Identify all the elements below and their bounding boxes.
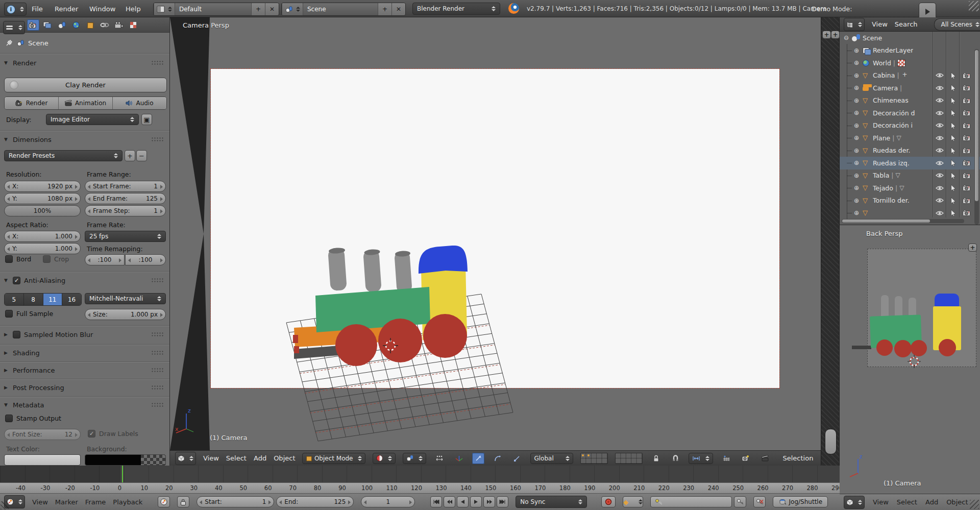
expand-icon[interactable]: ⊕ — [853, 84, 860, 91]
mode-dropdown[interactable]: Object Mode — [302, 453, 365, 464]
panel-grip[interactable] — [151, 332, 164, 337]
scene-selector[interactable]: Scene + ✕ — [281, 3, 406, 16]
selectable-cursor-icon[interactable] — [946, 82, 960, 94]
current-frame-line[interactable] — [122, 466, 123, 482]
outliner-item[interactable]: ⊕ Tejado | — [840, 182, 980, 195]
window-resize-grip[interactable] — [969, 1, 979, 11]
outliner-item[interactable]: ⊕ Ruedas izq. | — [840, 157, 980, 169]
orientation-dropdown[interactable]: Global — [530, 453, 573, 464]
visibility-eye-icon[interactable] — [933, 69, 946, 82]
keying-mode-dropdown[interactable]: ◆ — [623, 496, 643, 507]
back-editor-selector[interactable] — [844, 496, 865, 509]
outliner-item[interactable]: ⊕ Camera | — [840, 82, 980, 94]
timeline-ruler[interactable]: -40-30-20-100102030405060708090100110120… — [0, 482, 840, 494]
outliner-menu-view[interactable]: View — [872, 20, 888, 28]
vp-menu-view[interactable]: View — [203, 454, 219, 462]
border-checkbox[interactable]: Bord — [5, 255, 31, 263]
background-color-swatch[interactable] — [85, 454, 166, 466]
panel-header-metadata[interactable]: ▼ Metadata — [4, 400, 165, 409]
aa-size-field[interactable]: Size:1.000 px — [85, 309, 166, 320]
renderable-camera-icon[interactable] — [960, 195, 973, 207]
panel-grip[interactable] — [151, 60, 164, 65]
aa-sample-8[interactable]: 8 — [23, 294, 43, 305]
panel-header-performance[interactable]: ▶ Performance — [4, 366, 165, 375]
renderable-camera-icon[interactable] — [960, 207, 973, 220]
expand-icon[interactable]: ⊕ — [853, 72, 860, 79]
manipulator-center-icon[interactable] — [433, 453, 446, 464]
pivot-point-dropdown[interactable] — [403, 453, 426, 464]
visibility-eye-icon[interactable] — [933, 107, 946, 119]
aa-sample-11[interactable]: 11 — [43, 294, 62, 305]
renderable-camera-icon[interactable] — [960, 119, 973, 132]
expand-icon[interactable]: ⊕ — [853, 122, 860, 129]
jog-shuttle-toggle[interactable]: Jog/Shuttle — [773, 496, 828, 507]
collapse-triangle-icon[interactable]: ▼ — [4, 137, 9, 142]
panel-header-anti-aliasing[interactable]: ▼ ✓ Anti-Aliasing — [4, 276, 165, 285]
expand-region-plus-icon[interactable]: + — [831, 31, 840, 39]
next-keyframe-button[interactable] — [483, 496, 495, 507]
preset-remove-button[interactable]: − — [136, 150, 147, 161]
collapse-triangle-icon[interactable]: ▶ — [4, 385, 9, 390]
tab-world-icon[interactable] — [70, 19, 82, 31]
renderable-camera-icon[interactable] — [960, 144, 973, 157]
renderable-camera-icon[interactable] — [960, 69, 973, 82]
back-menu-add[interactable]: Add — [925, 498, 938, 506]
checkbox-icon[interactable]: ✓ — [88, 430, 95, 438]
panel-grip[interactable] — [151, 385, 164, 390]
anti-aliasing-checkbox[interactable]: ✓ — [13, 277, 20, 284]
visibility-eye-icon[interactable] — [933, 132, 946, 144]
preset-add-button[interactable]: + — [125, 150, 135, 161]
expand-icon[interactable]: ⊕ — [853, 197, 860, 204]
outliner-item[interactable]: ⊕ Decoración i | — [840, 119, 980, 132]
renderable-camera-icon[interactable] — [960, 132, 973, 144]
outliner-item[interactable]: ⊕ Chimeneas | — [840, 94, 980, 107]
renderable-camera-icon[interactable] — [960, 169, 973, 182]
outliner-item[interactable]: ⊕ Tabla | — [840, 169, 980, 182]
outliner-horizontal-scrollbar[interactable] — [842, 219, 964, 223]
frame-rate-dropdown[interactable]: 25 fps — [85, 231, 166, 242]
tab-render-icon[interactable] — [27, 19, 39, 31]
preview-range-clock-icon[interactable] — [158, 496, 170, 507]
corner-resize-grip[interactable] — [1, 501, 9, 509]
scene-close-button[interactable]: ✕ — [391, 3, 405, 15]
panel-header-dimensions[interactable]: ▼ Dimensions — [4, 135, 165, 144]
expand-icon[interactable]: ⊕ — [853, 184, 860, 191]
end-frame-field[interactable]: End Frame:125 — [85, 193, 166, 204]
jump-to-end-button[interactable] — [497, 496, 508, 507]
draw-labels-checkbox[interactable]: ✓ Draw Labels — [88, 430, 138, 438]
outliner-item[interactable]: ⊕ Decoración d | — [840, 107, 980, 119]
lock-range-icon[interactable] — [177, 496, 189, 507]
layer-grid-left[interactable] — [580, 453, 608, 464]
panel-header-sampled-motion-blur[interactable]: ▶ Sampled Motion Blur — [4, 330, 165, 339]
collapse-triangle-icon[interactable]: ▼ — [4, 278, 9, 283]
panel-grip[interactable] — [151, 137, 164, 142]
visibility-eye-icon[interactable] — [933, 82, 946, 94]
outliner-item[interactable]: ⊕ | — [840, 207, 980, 220]
panel-header-render[interactable]: ▼ Render — [4, 58, 165, 67]
outliner-item[interactable]: ⊖ Scene | — [840, 32, 980, 44]
selectable-cursor-icon[interactable] — [946, 157, 960, 169]
expand-region-plus-icon[interactable]: + — [968, 244, 977, 252]
manipulator-translate-icon[interactable] — [472, 453, 484, 464]
render-presets-dropdown[interactable]: Render Presets — [4, 150, 122, 161]
text-color-swatch[interactable] — [4, 454, 81, 466]
start-frame-field-timeline[interactable]: Start:1 — [197, 496, 274, 507]
snap-element-dropdown[interactable] — [689, 453, 713, 464]
tab-constraints-icon[interactable] — [99, 19, 111, 31]
keying-set-field[interactable] — [650, 496, 732, 507]
resolution-y-field[interactable]: Y:1080 px — [4, 193, 81, 204]
auto-keyframe-record-icon[interactable] — [601, 496, 616, 507]
panel-header-post-processing[interactable]: ▶ Post Processing — [4, 383, 165, 392]
panel-grip[interactable] — [151, 350, 164, 355]
collapse-triangle-icon[interactable]: ▼ — [4, 402, 9, 407]
renderable-camera-icon[interactable] — [960, 94, 973, 107]
stamp-output-checkbox[interactable]: Stamp Output — [5, 415, 61, 422]
breadcrumb-scene-label[interactable]: Scene — [28, 39, 48, 47]
expand-icon[interactable]: ⊕ — [853, 159, 860, 166]
strip-scrollbar-thumb[interactable] — [825, 429, 837, 454]
checkbox-icon[interactable] — [43, 255, 51, 263]
aa-sample-16[interactable]: 16 — [62, 294, 81, 305]
play-reverse-button[interactable] — [457, 496, 469, 507]
resolution-scale-slider[interactable]: 100% — [4, 205, 81, 216]
renderable-camera-icon[interactable] — [960, 182, 973, 195]
